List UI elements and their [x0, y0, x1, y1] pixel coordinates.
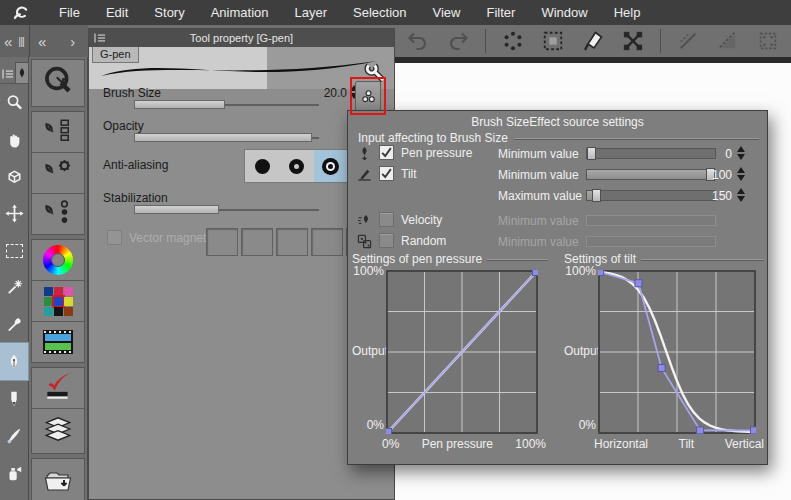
snap-ruler-icon[interactable]: [675, 28, 701, 54]
slider-value[interactable]: 0: [690, 147, 732, 161]
mesh-transform-icon[interactable]: [620, 28, 646, 54]
brush-size-label: Brush Size: [103, 86, 161, 100]
subtool-pen-gear[interactable]: [32, 153, 84, 194]
canvas-top-edge: [395, 57, 791, 63]
opacity-slider[interactable]: [134, 133, 319, 142]
tool-brush[interactable]: [0, 417, 28, 454]
slider-value[interactable]: 150: [690, 189, 732, 203]
value-stepper[interactable]: [737, 167, 746, 181]
velocity-checkbox[interactable]: [379, 212, 394, 227]
panel-menu-icon[interactable]: [2, 65, 14, 83]
tilt-checkbox[interactable]: [379, 166, 394, 181]
subtool-group: [31, 59, 85, 107]
curve-plot[interactable]: [386, 270, 538, 434]
tool-pen-selected[interactable]: [0, 343, 28, 380]
subtool-color-set[interactable]: [32, 281, 84, 322]
menu-item-selection[interactable]: Selection: [340, 0, 419, 25]
tool-pencil[interactable]: [0, 380, 28, 417]
stabilization-slider[interactable]: [134, 205, 319, 214]
tool-hand[interactable]: [0, 121, 28, 158]
anti-aliasing-strong-button[interactable]: [314, 150, 348, 182]
menu-item-story[interactable]: Story: [141, 0, 197, 25]
menu-item-filter[interactable]: Filter: [473, 0, 528, 25]
vector-magnet-preset-box[interactable]: [276, 228, 308, 256]
fill-icon[interactable]: [580, 28, 606, 54]
slider-fill: [134, 133, 312, 142]
y-axis-label: Output: [564, 344, 596, 358]
subtool-group: [31, 239, 85, 363]
curve-handle[interactable]: [751, 427, 757, 434]
dock-handle-icon[interactable]: |||: [18, 35, 24, 47]
curve-handle[interactable]: [658, 365, 665, 372]
anti-aliasing-label: Anti-aliasing: [103, 158, 168, 172]
subtool-pen-list[interactable]: [32, 112, 84, 153]
brush-size-value[interactable]: 20.0: [305, 86, 347, 100]
subtool-film[interactable]: [32, 322, 84, 362]
subtool-color-wheel[interactable]: [32, 240, 84, 281]
menu-item-layer[interactable]: Layer: [282, 0, 341, 25]
subtool-layers[interactable]: [32, 409, 84, 453]
curve-plot[interactable]: [598, 270, 756, 434]
vector-magnet-checkbox[interactable]: [107, 230, 122, 245]
tool-marquee[interactable]: [0, 232, 28, 269]
subtool-folder-download[interactable]: [32, 459, 84, 500]
subtool-q-zoom[interactable]: [32, 60, 84, 106]
subtool-name-tab[interactable]: G-pen: [92, 47, 139, 63]
snap-grid-icon[interactable]: [755, 28, 781, 54]
pen-pressure-checkbox[interactable]: [379, 145, 394, 160]
tool-magnifier[interactable]: [0, 84, 28, 121]
tool-move[interactable]: [0, 195, 28, 232]
value-stepper[interactable]: [737, 146, 746, 160]
folder-download-icon: [43, 467, 73, 500]
random-checkbox[interactable]: [379, 233, 394, 248]
tool-airbrush[interactable]: [0, 454, 28, 491]
collapse-left-icon[interactable]: «: [4, 33, 12, 50]
menu-item-edit[interactable]: Edit: [93, 0, 141, 25]
input-source-label: Pen pressure: [401, 146, 472, 160]
deselect-icon[interactable]: [500, 28, 526, 54]
slider-label: Maximum value: [498, 189, 582, 203]
tool-dropper[interactable]: [0, 306, 28, 343]
tool-wand[interactable]: [0, 269, 28, 306]
effect-source-settings-button[interactable]: [355, 81, 381, 111]
curve-handle[interactable]: [598, 270, 604, 276]
tool-palette-tabs: [0, 57, 28, 84]
curve-handle[interactable]: [635, 280, 642, 287]
select-area-icon[interactable]: [540, 28, 566, 54]
anti-aliasing-weak-button[interactable]: [279, 150, 313, 182]
subtool-pen-dots[interactable]: [32, 194, 84, 234]
slider-thumb[interactable]: [592, 189, 601, 202]
menu-item-file[interactable]: File: [46, 0, 93, 25]
slider-label: Minimum value: [498, 214, 579, 228]
expand-icon[interactable]: ›: [70, 33, 75, 50]
app-logo-icon[interactable]: [12, 3, 32, 23]
slider-value[interactable]: 100: [690, 168, 732, 182]
panel-menu-icon[interactable]: [94, 29, 106, 47]
value-stepper[interactable]: [737, 188, 746, 202]
menu-item-window[interactable]: Window: [528, 0, 600, 25]
slider-thumb[interactable]: [587, 147, 596, 160]
curve-handle[interactable]: [697, 427, 704, 434]
tool-property-header: Tool property [G-pen]: [89, 29, 394, 47]
redo-icon[interactable]: [445, 28, 471, 54]
menu-item-view[interactable]: View: [420, 0, 474, 25]
brush-size-slider[interactable]: [134, 100, 319, 109]
vector-magnet-preset-box[interactable]: [206, 228, 238, 256]
clip-studio-window: FileEditStoryAnimationLayerSelectionView…: [0, 0, 791, 500]
subtool-check-layer[interactable]: [32, 368, 84, 409]
collapse-subtool-icon[interactable]: «: [38, 33, 46, 50]
tool-cube[interactable]: [0, 158, 28, 195]
y-axis-max-label: 100%: [352, 264, 384, 278]
pen-tool-tab[interactable]: [15, 62, 29, 83]
undo-icon[interactable]: [405, 28, 431, 54]
snap-special-ruler-icon[interactable]: [715, 28, 741, 54]
curve-handle[interactable]: [386, 429, 392, 435]
vector-magnet-preset-box[interactable]: [241, 228, 273, 256]
menu-item-animation[interactable]: Animation: [198, 0, 282, 25]
vector-magnet-preset-box[interactable]: [311, 228, 343, 256]
anti-aliasing-none-button[interactable]: [245, 150, 279, 182]
random-icon: [357, 234, 373, 250]
menu-item-help[interactable]: Help: [601, 0, 654, 25]
anti-aliasing-options: [244, 149, 349, 183]
curve-handle[interactable]: [533, 270, 539, 276]
